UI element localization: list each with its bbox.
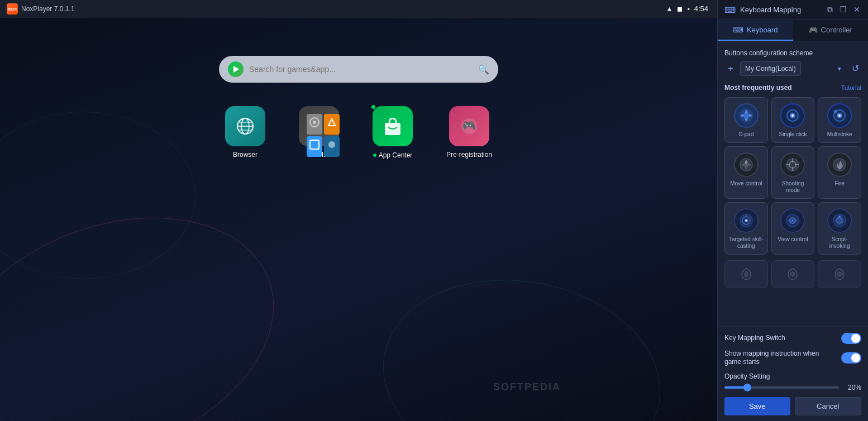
targeted-skill-icon — [734, 208, 759, 233]
multistrike-label: Multistrike — [827, 131, 852, 138]
browser-label: Browser — [233, 151, 257, 159]
action-buttons: Save Cancel — [724, 397, 861, 415]
tutorial-link[interactable]: Tutorial — [841, 84, 861, 91]
key-mapping-switch-row: Key Mapping Switch — [724, 333, 861, 344]
config-label: Buttons configuration scheme — [724, 49, 861, 58]
keyboard-tab-icon: ⌨ — [733, 26, 743, 34]
single-click-label: Single click — [779, 131, 807, 138]
restore-button[interactable]: ❐ — [838, 4, 848, 16]
panel-content: Buttons configuration scheme + My Config… — [718, 41, 868, 327]
app-item-appcenter[interactable]: App Center — [373, 106, 413, 159]
move-control-icon — [734, 152, 759, 177]
clock: 4:54 — [694, 4, 708, 13]
script-invoking-icon — [827, 208, 852, 233]
add-config-button[interactable]: + — [724, 63, 737, 75]
panel-title-left: ⌨ Keyboard Mapping — [724, 6, 801, 15]
search-input[interactable] — [249, 65, 473, 74]
app-item-prereg[interactable]: 🎮 Pre-registration — [446, 106, 492, 159]
opacity-slider[interactable] — [724, 386, 839, 389]
btn-view-control[interactable]: View control — [771, 202, 815, 255]
dpad-label: D-pad — [738, 131, 753, 138]
browser-icon — [225, 106, 265, 146]
btn-extra-1[interactable] — [724, 260, 768, 288]
keyboard-icon: ⌨ — [724, 6, 736, 15]
config-select-wrap: My Config(Local) — [740, 61, 846, 76]
app-item-tools[interactable]: Tools — [299, 106, 339, 159]
svg-point-8 — [328, 141, 335, 148]
browser-svg — [233, 114, 257, 138]
tab-switcher: ⌨ Keyboard 🎮 Controller — [718, 20, 868, 41]
btn-targeted-skill[interactable]: Targeted skill-casting — [724, 202, 768, 255]
btn-single-click[interactable]: Single click — [771, 97, 815, 143]
view-control-label: View control — [778, 236, 808, 243]
appcenter-dot — [371, 105, 375, 109]
btn-extra-3[interactable] — [818, 260, 861, 288]
controller-tab-icon: 🎮 — [809, 26, 818, 34]
bg-decoration-2 — [367, 259, 676, 421]
app-title: NoxPlayer 7.0.1.1 — [21, 5, 74, 13]
wifi-icon: ▲ — [666, 5, 673, 13]
app-item-browser[interactable]: Browser — [225, 106, 265, 159]
key-mapping-toggle[interactable] — [841, 333, 861, 344]
btn-fire[interactable]: Fire — [818, 146, 861, 199]
tab-keyboard[interactable]: ⌨ Keyboard — [718, 20, 793, 41]
bottom-section: Key Mapping Switch Show mapping instruct… — [718, 327, 868, 421]
svg-point-32 — [745, 219, 747, 221]
btn-shooting-mode[interactable]: Shooting mode — [771, 146, 815, 199]
fire-label: Fire — [835, 180, 845, 187]
tools-cell-2 — [324, 114, 340, 135]
toggle-knob-1 — [851, 334, 860, 343]
most-used-title: Most frequently used — [724, 84, 792, 92]
prereg-icon: 🎮 — [449, 106, 489, 146]
svg-point-20 — [834, 110, 837, 113]
search-icon: 🔍 — [478, 64, 489, 75]
tools-cell-3 — [307, 136, 322, 157]
status-bar: ▲ ◼ ▪ 4:54 — [666, 4, 708, 13]
signal-icon: ◼ — [677, 5, 683, 13]
appcenter-bag-icon — [380, 114, 405, 138]
btn-extra-2[interactable] — [771, 260, 815, 288]
most-used-header: Most frequently used Tutorial — [724, 84, 861, 92]
config-select-row: + My Config(Local) ↺ — [724, 61, 861, 76]
opacity-thumb[interactable] — [743, 384, 751, 391]
tab-controller[interactable]: 🎮 Controller — [793, 20, 869, 41]
config-select[interactable]: My Config(Local) — [740, 61, 801, 76]
svg-point-39 — [790, 271, 795, 277]
search-bar[interactable]: 🔍 — [219, 56, 498, 83]
svg-point-6 — [313, 121, 316, 124]
dpad-icon — [734, 103, 759, 128]
tools-cell-4 — [324, 136, 340, 157]
prereg-svg: 🎮 — [457, 114, 481, 138]
emulator-area: NOX NoxPlayer 7.0.1.1 ▲ ◼ ▪ 4:54 🔍 — [0, 0, 717, 421]
single-click-icon — [780, 103, 805, 128]
svg-point-37 — [837, 218, 842, 223]
tools-cell-1 — [307, 114, 322, 135]
cancel-button[interactable]: Cancel — [795, 397, 862, 415]
close-button[interactable]: ✕ — [852, 4, 861, 16]
app-logo: NOX NoxPlayer 7.0.1.1 — [7, 3, 74, 15]
show-mapping-label: Show mapping instruction when game start… — [724, 350, 841, 367]
targeted-skill-label: Targeted skill-casting — [728, 236, 764, 250]
prereg-label: Pre-registration — [446, 151, 492, 159]
opacity-slider-row: 20% — [724, 384, 861, 391]
tools-grid — [307, 114, 331, 138]
opacity-label: Opacity Setting — [724, 372, 861, 380]
btn-multistrike[interactable]: Multistrike — [818, 97, 861, 143]
btn-script-invoking[interactable]: Script-invoking — [818, 202, 861, 255]
btn-move-control[interactable]: Move control — [724, 146, 768, 199]
reset-config-button[interactable]: ↺ — [849, 63, 861, 75]
keyboard-tab-label: Keyboard — [747, 26, 778, 34]
partial-button-row — [724, 260, 861, 288]
btn-dpad[interactable]: D-pad — [724, 97, 768, 143]
move-control-label: Move control — [730, 180, 762, 187]
buttons-grid: D-pad Single click — [724, 97, 861, 255]
show-mapping-toggle[interactable] — [841, 352, 861, 363]
svg-rect-7 — [310, 140, 319, 149]
save-button[interactable]: Save — [724, 397, 790, 415]
fire-icon — [827, 152, 852, 177]
show-mapping-row: Show mapping instruction when game start… — [724, 350, 861, 367]
panel-controls: ⧉ ❐ ✕ — [826, 4, 861, 16]
play-triangle — [233, 66, 239, 73]
shooting-mode-label: Shooting mode — [775, 180, 811, 194]
minimize-button[interactable]: ⧉ — [826, 4, 834, 16]
